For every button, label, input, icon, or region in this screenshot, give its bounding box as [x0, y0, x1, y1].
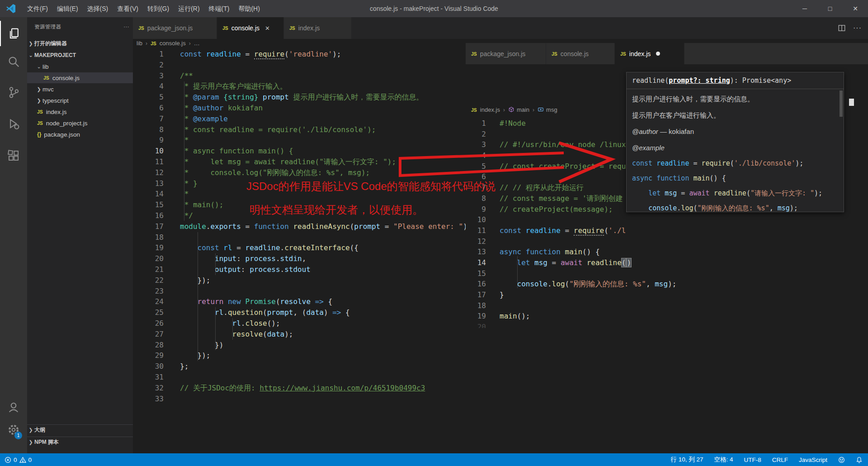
error-icon [5, 456, 11, 463]
code-editor-console-js[interactable]: 1const readline = require('readline');23… [133, 49, 466, 453]
annotation-text-line1: JSDoc的作用是能让VS Code的智能感知将代码的说 [246, 179, 495, 194]
breadcrumb-separator: › [146, 40, 147, 47]
vscode-logo-icon [5, 3, 16, 14]
annotation-text-line2: 明性文档呈现给开发者，以便使用。 [250, 203, 423, 217]
titlebar: 文件(F) 编辑(E) 选择(S) 查看(V) 转到(G) 运行(R) 终端(T… [0, 0, 868, 17]
tree-item-lib[interactable]: ⌄ lib [27, 61, 133, 72]
menu-file[interactable]: 文件(F) [23, 0, 52, 17]
chevron-right-icon: ❯ [35, 98, 42, 104]
activity-bar: 1 [0, 17, 27, 453]
menu-run[interactable]: 运行(R) [174, 0, 204, 17]
tooltip-example-line: @example [632, 140, 838, 156]
js-file-icon: JS [151, 41, 156, 46]
chevron-right-icon: ❯ [35, 86, 42, 92]
chevron-right-icon: ❯ [27, 439, 34, 445]
left-tab-bar: JS package_json.js JS console.js ✕ JS in… [133, 17, 868, 39]
maximize-button[interactable]: □ [817, 0, 843, 17]
search-icon[interactable] [0, 49, 27, 74]
section-open-editors[interactable]: ❯ 打开的编辑器 [27, 38, 133, 49]
chevron-down-icon: ⌄ [27, 52, 34, 58]
sidebar-title: 资源管理器 [34, 24, 61, 30]
tooltip-doc-line: 提示用户在客户端进行输入。 [632, 107, 838, 124]
tab-index-js[interactable]: JS index.js [615, 43, 684, 64]
breadcrumb-separator: › [503, 107, 505, 113]
chevron-down-icon: ⌄ [35, 64, 42, 70]
js-file-icon: JS [289, 25, 295, 31]
window-title: console.js - makeProject - Visual Studio… [370, 5, 498, 12]
js-file-icon: JS [37, 109, 43, 114]
tooltip-code-example: const readline = require('./lib/console'… [632, 156, 838, 212]
encoding-status[interactable]: UTF-8 [744, 456, 761, 463]
tree-item-console-js[interactable]: JS console.js [27, 72, 133, 83]
account-icon[interactable] [0, 395, 27, 420]
tab-console-js[interactable]: JS console.js ✕ [217, 17, 284, 39]
section-workspace[interactable]: ⌄ MAKEPROJECT [27, 50, 133, 61]
tree-item-node-project-js[interactable]: JS node_project.js [27, 118, 133, 128]
split-editor-icon[interactable] [838, 24, 846, 32]
notifications-bell-icon[interactable] [856, 456, 863, 463]
sidebar-more-icon[interactable]: ··· [123, 24, 129, 29]
run-debug-icon[interactable] [0, 111, 27, 137]
extensions-icon[interactable] [0, 143, 27, 168]
feedback-smiley-icon[interactable] [838, 456, 845, 463]
tab-package-json-js[interactable]: JS package_json.js [466, 43, 546, 64]
hover-tooltip: readline(prompt?: string): Promise<any> … [626, 72, 844, 212]
tooltip-signature: readline(prompt?: string): Promise<any> [627, 72, 844, 89]
menu-selection[interactable]: 选择(S) [83, 0, 113, 17]
indent-guide [198, 232, 198, 361]
tooltip-scrollbar[interactable] [840, 90, 843, 117]
right-tab-bar: JS package_json.js JS console.js JS inde… [466, 43, 868, 64]
close-button[interactable]: ✕ [843, 0, 868, 17]
scrollbar-marker[interactable] [849, 99, 854, 106]
menu-edit[interactable]: 编辑(E) [52, 0, 83, 17]
source-control-icon[interactable] [0, 80, 27, 105]
tooltip-doc-line: 提示用户进行输入时，需要显示的信息。 [632, 91, 838, 107]
breadcrumb-separator: › [533, 107, 534, 113]
menu-go[interactable]: 转到(G) [143, 0, 174, 17]
tree-item-index-js[interactable]: JS index.js [27, 106, 133, 117]
tree-item-typescript[interactable]: ❯ typescript [27, 95, 133, 106]
indent-guide [232, 318, 233, 340]
breadcrumb[interactable]: JS index.js › main › msg [471, 106, 557, 113]
status-bar: 0 0 行 10, 列 27 空格: 4 UTF-8 CRLF JavaScri… [0, 453, 868, 466]
dirty-dot-icon[interactable] [656, 52, 660, 56]
warning-icon [19, 456, 26, 463]
js-file-icon: JS [138, 25, 144, 31]
tab-console-js[interactable]: JS console.js [546, 43, 615, 64]
js-file-icon: JS [222, 25, 228, 31]
js-file-icon: JS [471, 107, 477, 113]
js-file-icon: JS [620, 51, 626, 57]
chevron-right-icon: ❯ [27, 41, 34, 47]
settings-gear-icon[interactable] [0, 417, 27, 442]
tab-package-json-js[interactable]: JS package_json.js [133, 17, 217, 39]
menu-view[interactable]: 查看(V) [113, 0, 143, 17]
breadcrumb-separator: › [189, 40, 191, 47]
indent-guide [517, 256, 518, 288]
cursor-position-status[interactable]: 行 10, 列 27 [670, 456, 703, 464]
tabbar-empty-space [684, 43, 868, 64]
eol-status[interactable]: CRLF [772, 456, 788, 463]
tree-item-package-json[interactable]: {} package.json [27, 129, 133, 140]
editor-more-actions-icon[interactable]: ··· [853, 24, 862, 32]
indentation-status[interactable]: 空格: 4 [714, 456, 733, 464]
tab-index-js[interactable]: JS index.js [284, 17, 352, 39]
symbol-method-icon [508, 106, 514, 113]
language-mode-status[interactable]: JavaScript [799, 456, 827, 463]
breadcrumb[interactable]: lib › JS console.js › … [137, 40, 200, 47]
tab-close-icon[interactable]: ✕ [265, 25, 270, 32]
explorer-icon[interactable] [0, 21, 27, 46]
chevron-right-icon: ❯ [27, 427, 34, 433]
section-npm-scripts[interactable]: ❯ NPM 脚本 [27, 437, 133, 447]
js-file-icon: JS [471, 51, 477, 57]
problems-status[interactable]: 0 0 [5, 456, 32, 463]
indent-guide [215, 307, 216, 350]
menu-help[interactable]: 帮助(H) [234, 0, 264, 17]
section-outline[interactable]: ❯ 大纲 [27, 424, 133, 435]
indent-guide [184, 81, 184, 221]
tree-item-mvc[interactable]: ❯ mvc [27, 84, 133, 95]
tooltip-author-line: @author — kokiafan [632, 124, 838, 140]
menu-terminal[interactable]: 终端(T) [204, 0, 234, 17]
settings-badge: 1 [14, 432, 22, 439]
minimize-button[interactable]: ─ [792, 0, 817, 17]
indent-guide [215, 253, 216, 275]
